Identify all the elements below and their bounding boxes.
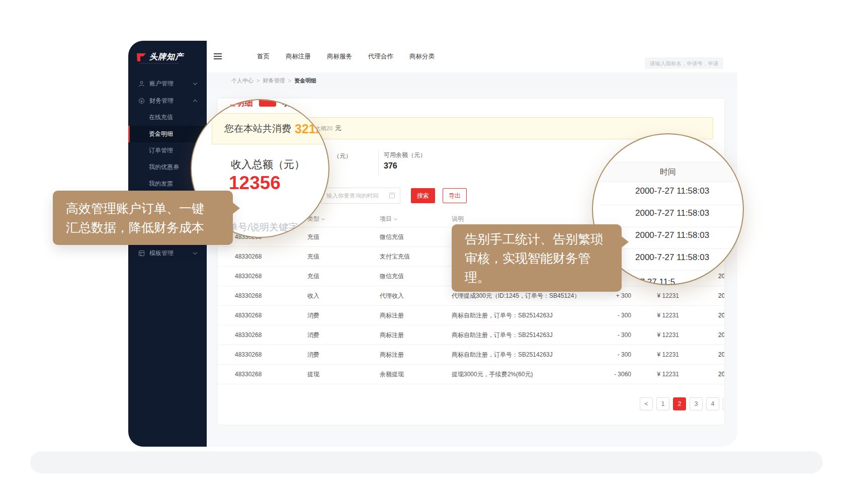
callout-left: 高效管理账户订单、一键 汇总数据，降低财务成本 [53, 191, 233, 245]
header-type[interactable]: 类型 [307, 215, 380, 223]
brand-name: 头牌知产 [149, 52, 184, 62]
available-balance-value: 376 [384, 161, 397, 171]
header-desc: 说明 [452, 215, 590, 223]
table-row: 48330268消费商标注册商标自助注册，订单号：SB2514263J- 300… [218, 345, 724, 365]
user-icon [138, 80, 145, 87]
stat-divider [378, 150, 379, 176]
sidebar-item-template[interactable]: 模板管理 [128, 244, 207, 262]
sidebar-item-online-recharge[interactable]: 在线充值 [128, 109, 207, 126]
callout-text: 汇总数据，降低财务成本 [53, 218, 233, 237]
sidebar-item-label: 财务管理 [149, 97, 174, 105]
sort-chevron-icon [321, 217, 325, 220]
nav-item-agent-cooperation[interactable]: 代理合作 [368, 52, 393, 61]
available-balance-label: 可用余额（元） [384, 151, 426, 159]
table-row: 48330268消费商标注册商标自助注册，订单号：SB2514263J- 300… [218, 325, 724, 345]
callout-text: 告别手工统计、告别繁琐 [452, 229, 622, 248]
callout-text: 审核，实现智能财务管 [452, 248, 622, 268]
brand-logo[interactable]: 头牌知产 [136, 52, 184, 63]
trademark-search-input[interactable] [645, 57, 723, 69]
breadcrumb-current: 资金明细 [294, 77, 316, 85]
export-button[interactable]: 导出 [443, 188, 467, 203]
mid-stat-label: （元） [333, 152, 352, 160]
nav-item-trademark-category[interactable]: 商标分类 [409, 52, 435, 61]
laptop-base [30, 451, 823, 473]
chevron-up-icon [193, 100, 197, 104]
chevron-down-icon [193, 250, 197, 255]
magnified-income-label: 收入总额（元） [231, 157, 305, 172]
date-input[interactable] [321, 188, 400, 204]
pagination-page-button[interactable]: 2 [673, 397, 686, 410]
finance-icon [138, 98, 145, 104]
pagination-prev-button[interactable]: < [640, 397, 653, 410]
pagination-page-button[interactable]: 3 [690, 397, 703, 410]
breadcrumb: 个人中心 > 财务管理 > 资金明细 [207, 72, 737, 89]
pagination-page-button[interactable]: 5 [723, 397, 724, 410]
search-button[interactable]: 搜索 [411, 188, 435, 203]
nav-item-trademark-service[interactable]: 商标服务 [327, 52, 352, 61]
table-row: 48330268提现余额提现提现3000元，手续费2%(60元)- 3060¥ … [218, 365, 724, 384]
template-icon [138, 250, 145, 257]
calendar-icon[interactable] [389, 193, 395, 198]
chevron-down-icon [193, 81, 197, 85]
sort-chevron-icon [394, 217, 397, 220]
breadcrumb-item[interactable]: 财务管理 [263, 77, 285, 85]
sidebar-item-label: 账户管理 [149, 79, 174, 88]
page: 头牌知产 账户管理 财务管理 [0, 0, 853, 504]
magnified-time-cell: 2000-7-27 11:58:03 [635, 253, 709, 263]
nav-item-trademark-register[interactable]: 商标注册 [286, 52, 311, 61]
callout-text: 理。 [452, 268, 622, 287]
sidebar-item-label: 模板管理 [149, 249, 174, 258]
magnified-income-value: 12356 [229, 173, 281, 194]
pagination-page-button[interactable]: 4 [706, 397, 719, 410]
callout-right: 告别手工统计、告别繁琐 审核，实现智能财务管 理。 [452, 224, 622, 292]
breadcrumb-separator: > [257, 77, 260, 83]
top-navbar: 首页 商标注册 商标服务 代理合作 商标分类 [207, 41, 737, 72]
breadcrumb-item[interactable]: 个人中心 [231, 77, 253, 85]
sidebar-item-fund-details[interactable]: 资金明细 [128, 126, 207, 142]
row-divider [601, 248, 742, 249]
hamburger-menu-icon[interactable] [214, 53, 222, 61]
pagination: < 1 2 3 4 5 [640, 397, 724, 410]
brand-logo-icon [136, 52, 147, 63]
magnified-time-cell: 2000-7-27 11:58:03 [635, 186, 709, 196]
banner-suffix: 元 [335, 124, 342, 133]
header-project[interactable]: 项目 [380, 215, 452, 223]
callout-text: 高效管理账户订单、一键 [53, 199, 233, 218]
breadcrumb-separator: > [288, 77, 291, 83]
red-pill-fragment [259, 99, 276, 107]
brand-tagline-dots [139, 63, 179, 64]
magnified-time-cell: 2000-7-27 11:58:03 [635, 208, 709, 218]
sidebar-item-account[interactable]: 账户管理 [128, 75, 207, 92]
row-divider [601, 227, 742, 227]
magnified-time-header: 时间 [593, 162, 743, 182]
sidebar-item-finance[interactable]: 财务管理 [128, 92, 207, 109]
table-row: 48330268消费商标注册商标自助注册，订单号：SB2514263J- 300… [218, 306, 724, 325]
magnified-time-cell: 2000-7-27 11:58:03 [635, 230, 709, 240]
pagination-page-button[interactable]: 1 [656, 397, 669, 410]
row-divider [601, 205, 742, 205]
main-nav: 首页 商标注册 商标服务 代理合作 商标分类 [257, 41, 435, 72]
nav-item-home[interactable]: 首页 [257, 52, 270, 61]
